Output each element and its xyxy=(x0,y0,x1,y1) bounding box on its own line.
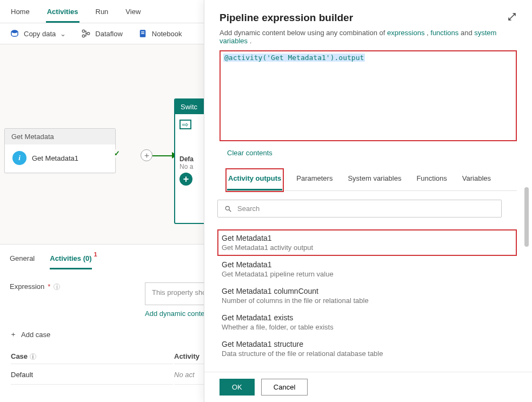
output-item-title: Get Metadata1 xyxy=(222,260,517,269)
add-case-label: Add case xyxy=(21,331,50,339)
svg-rect-6 xyxy=(141,33,144,34)
search-icon xyxy=(224,205,232,213)
output-item-title: Get Metadata1 xyxy=(222,234,513,242)
switch-node-header: Switc xyxy=(175,100,205,114)
svg-point-3 xyxy=(88,32,90,35)
desc-text: and xyxy=(461,29,474,37)
svg-point-0 xyxy=(11,30,18,33)
flyout-title: Pipeline expression builder xyxy=(220,12,353,24)
plus-icon: ＋ xyxy=(10,329,17,339)
switch-add-icon[interactable]: + xyxy=(179,173,192,186)
output-item-title: Get Metadata1 columnCount xyxy=(222,287,517,295)
dataflow-label: Dataflow xyxy=(95,30,123,38)
output-item-desc: Get Metadata1 pipeline return value xyxy=(222,270,517,278)
output-item-desc: Get Metadata1 activity output xyxy=(222,243,513,252)
copy-data-icon xyxy=(10,29,19,38)
expression-label: Expression * i xyxy=(10,282,145,291)
copy-data-button[interactable]: Copy data ⌄ xyxy=(10,29,66,38)
case-col-header: Case xyxy=(11,352,28,360)
flyout-footer: OK Cancel xyxy=(204,372,532,402)
tab-functions[interactable]: Functions xyxy=(415,170,448,190)
expression-builder-flyout: Pipeline expression builder Add dynamic … xyxy=(204,0,532,402)
tab-parameters[interactable]: Parameters xyxy=(295,170,334,190)
switch-node[interactable]: Switc ⇨ Defa No a + xyxy=(174,98,207,224)
required-asterisk: * xyxy=(48,282,50,291)
activity-output-item[interactable]: Get Metadata1 Get Metadata1 pipeline ret… xyxy=(217,256,517,282)
svg-line-8 xyxy=(229,209,231,212)
builder-tab-bar: Activity outputs Parameters System varia… xyxy=(227,170,517,191)
info-icon[interactable]: i xyxy=(54,284,60,290)
cancel-button[interactable]: Cancel xyxy=(261,379,308,396)
switch-default-label: Defa xyxy=(179,155,201,163)
flyout-description: Add dynamic content below using any comb… xyxy=(204,29,532,50)
svg-point-1 xyxy=(83,30,85,32)
tab-activities[interactable]: Activities xyxy=(46,4,79,23)
clear-contents-link[interactable]: Clear contents xyxy=(204,141,532,157)
activity-output-item[interactable]: Get Metadata1 structure Data structure o… xyxy=(217,335,517,362)
tab-home[interactable]: Home xyxy=(10,4,31,23)
output-item-desc: Number of columns in the file or relatio… xyxy=(222,296,517,305)
expression-content: @activity('Get Metadata1').output xyxy=(223,54,365,62)
error-badge: 1 xyxy=(94,251,97,258)
tab-run[interactable]: Run xyxy=(95,4,110,23)
expand-icon[interactable] xyxy=(507,12,517,24)
tab-activities-prop[interactable]: Activities (0) 1 xyxy=(50,250,91,269)
expressions-link[interactable]: expressions xyxy=(387,29,424,37)
ok-button[interactable]: OK xyxy=(220,379,255,396)
notebook-button[interactable]: Notebook xyxy=(138,29,182,38)
info-icon: i xyxy=(12,151,26,165)
tab-view[interactable]: View xyxy=(124,4,142,23)
get-metadata-node[interactable]: Get Metadata i Get Metadata1 ✓ xyxy=(4,128,116,173)
activity-output-item[interactable]: Get Metadata1 Get Metadata1 activity out… xyxy=(217,229,517,256)
search-placeholder: Search xyxy=(237,205,260,213)
tab-activities-label: Activities (0) xyxy=(50,254,91,262)
output-item-desc: Whether a file, folder, or table exists xyxy=(222,323,517,331)
get-metadata-node-label: Get Metadata1 xyxy=(32,154,78,162)
tab-activity-outputs[interactable]: Activity outputs xyxy=(227,170,282,190)
activity-output-item[interactable]: Get Metadata1 columnCount Number of colu… xyxy=(217,282,517,309)
info-icon[interactable]: i xyxy=(30,353,36,360)
add-connector-button[interactable]: ＋ xyxy=(141,149,152,161)
outputs-scroll-area[interactable]: Search Get Metadata1 Get Metadata1 activ… xyxy=(204,191,529,372)
expression-textarea[interactable]: @activity('Get Metadata1').output xyxy=(220,50,517,141)
check-icon: ✓ xyxy=(114,149,123,158)
svg-rect-5 xyxy=(141,31,144,32)
switch-icon: ⇨ xyxy=(179,120,191,129)
functions-link[interactable]: functions xyxy=(430,29,458,37)
tab-general[interactable]: General xyxy=(10,250,35,269)
scrollbar[interactable] xyxy=(524,187,530,350)
desc-text: Add dynamic content below using any comb… xyxy=(220,29,387,37)
dataflow-button[interactable]: Dataflow xyxy=(81,29,123,38)
copy-data-label: Copy data xyxy=(24,30,56,38)
svg-point-2 xyxy=(83,35,85,37)
expression-label-text: Expression xyxy=(10,282,44,291)
success-connector xyxy=(152,155,174,156)
switch-default-sub: No a xyxy=(179,163,201,170)
get-metadata-node-header: Get Metadata xyxy=(5,129,115,144)
output-item-desc: Data structure of the file or relational… xyxy=(222,350,517,358)
output-item-title: Get Metadata1 structure xyxy=(222,340,517,348)
notebook-label: Notebook xyxy=(152,30,182,38)
scrollbar-thumb[interactable] xyxy=(524,187,529,247)
case-cell: Default xyxy=(11,365,173,385)
dataflow-icon xyxy=(81,29,91,38)
svg-point-7 xyxy=(225,206,229,210)
activity-output-item[interactable]: Get Metadata1 exists Whether a file, fol… xyxy=(217,309,517,335)
chevron-down-icon: ⌄ xyxy=(60,30,66,38)
tab-system-variables[interactable]: System variables xyxy=(347,170,402,190)
output-item-title: Get Metadata1 exists xyxy=(222,313,517,322)
tab-variables[interactable]: Variables xyxy=(461,170,492,190)
search-input[interactable]: Search xyxy=(217,200,502,218)
desc-text: . xyxy=(250,37,252,45)
notebook-icon xyxy=(138,29,148,38)
